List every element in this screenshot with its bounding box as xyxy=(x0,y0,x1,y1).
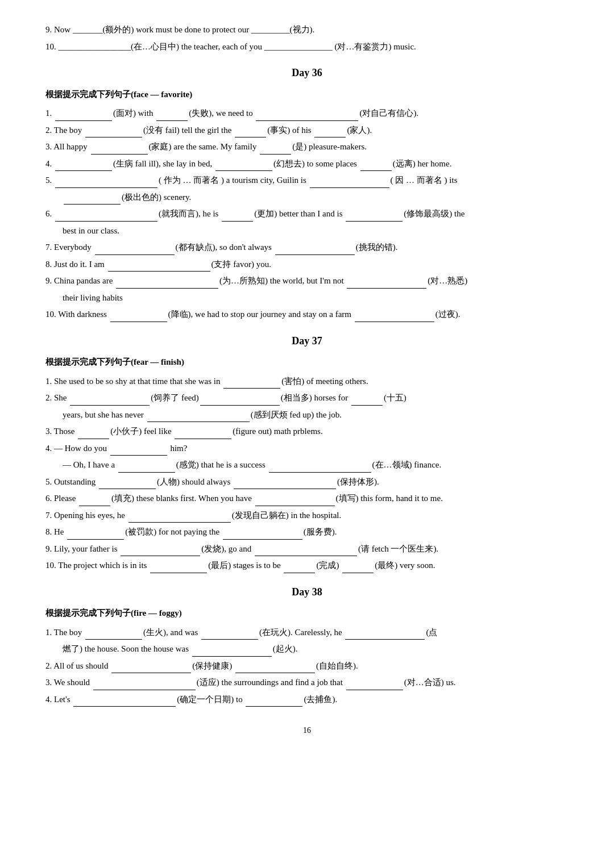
day36-item6: 6. (就我而言), he is (更加) better than I and … xyxy=(45,207,569,222)
blank xyxy=(269,464,371,473)
day38-item2: 2. All of us should (保持健康) (自始自终). xyxy=(45,659,569,674)
blank xyxy=(73,698,176,707)
blank xyxy=(110,313,167,322)
day36-item9b: their living habits xyxy=(63,291,569,306)
blank xyxy=(223,379,280,389)
blank xyxy=(222,212,253,222)
blank xyxy=(235,128,266,137)
blank xyxy=(91,145,148,155)
blank xyxy=(95,246,175,255)
blank xyxy=(121,547,200,556)
blank xyxy=(67,531,124,540)
day36-item5b: (极出色的) scenery. xyxy=(63,190,569,205)
blank xyxy=(116,279,218,289)
day36-item1: 1. (面对) with (失败), we need to (对自己有信心). xyxy=(45,106,569,121)
day38-title: Day 38 xyxy=(45,583,569,601)
blank xyxy=(310,179,389,188)
top-exercises: 9. Now _______(额外的) work must be done to… xyxy=(45,23,569,54)
blank xyxy=(147,413,250,422)
day38-block: 根据提示完成下列句子(fire — foggy) 1. The boy (生火)… xyxy=(45,606,569,707)
blank xyxy=(223,531,302,540)
blank xyxy=(55,179,157,188)
blank xyxy=(275,246,355,255)
blank xyxy=(175,430,231,439)
blank xyxy=(346,212,403,222)
day37-item9: 9. Lily, your father is (发烧), go and (请 … xyxy=(45,542,569,557)
top-q10: 10. _________________(在…心目中) the teacher… xyxy=(45,40,569,55)
blank xyxy=(260,145,291,155)
blank xyxy=(234,480,336,489)
day38-item3: 3. We should (适应) the surroundings and f… xyxy=(45,675,569,690)
blank xyxy=(284,564,315,573)
blank xyxy=(85,128,142,137)
blank xyxy=(150,564,207,573)
blank xyxy=(85,631,142,640)
day38-item4: 4. Let's (确定一个日期) to (去捕鱼). xyxy=(45,692,569,707)
blank xyxy=(79,497,110,506)
page-number: 16 xyxy=(45,724,569,737)
day36-item7: 7. Everybody (都有缺点), so don't always (挑我… xyxy=(45,240,569,255)
day36-item4: 4. (生病 fall ill), she lay in bed, (幻想去) … xyxy=(45,157,569,172)
day37-item8: 8. He (被罚款) for not paying the (服务费). xyxy=(45,525,569,540)
blank xyxy=(355,313,434,322)
blank xyxy=(108,262,210,272)
blank xyxy=(55,112,112,121)
blank xyxy=(342,564,374,573)
blank xyxy=(345,631,425,640)
blank xyxy=(93,681,196,690)
blank xyxy=(346,681,403,690)
day37-item10: 10. The project which is in its (最后) sta… xyxy=(45,558,569,573)
day36-item9: 9. China pandas are (为…所熟知) the world, b… xyxy=(45,274,569,289)
blank xyxy=(314,128,346,137)
day36-block: 根据提示完成下列句子(face — favorite) 1. (面对) with… xyxy=(45,87,569,322)
day37-item3: 3. Those (小伙子) feel like (figure out) ma… xyxy=(45,424,569,439)
blank xyxy=(55,162,112,171)
blank xyxy=(78,430,109,439)
blank xyxy=(192,648,272,657)
blank xyxy=(255,497,335,506)
day36-item3: 3. All happy (家庭) are the same. My famil… xyxy=(45,140,569,155)
blank xyxy=(128,514,231,523)
blank xyxy=(156,112,188,121)
day38-section: 根据提示完成下列句子(fire — foggy) xyxy=(45,606,569,621)
day37-item6: 6. Please (填充) these blanks first. When … xyxy=(45,491,569,506)
day38-item1b: 燃了) the house. Soon the house was (起火). xyxy=(63,642,569,657)
top-q9: 9. Now _______(额外的) work must be done to… xyxy=(45,23,569,37)
blank xyxy=(64,195,121,205)
blank xyxy=(99,480,156,489)
day36-item10: 10. With darkness (降临), we had to stop o… xyxy=(45,307,569,322)
blank xyxy=(215,162,272,171)
day36-title: Day 36 xyxy=(45,64,569,82)
day37-title: Day 37 xyxy=(45,332,569,350)
day36-item5: 5. ( 作为 … 而著名 ) a tourism city, Guilin i… xyxy=(45,173,569,188)
day36-item2: 2. The boy (没有 fail) tell the girl the (… xyxy=(45,123,569,138)
blank xyxy=(235,664,315,673)
blank xyxy=(255,547,357,556)
blank xyxy=(351,397,383,406)
day37-item7: 7. Opening his eyes, he (发现自己躺在) in the … xyxy=(45,508,569,523)
day37-item2b: years, but she has never (感到厌烦 fed up) t… xyxy=(63,408,569,423)
day36-item8: 8. Just do it. I am (支持 favor) you. xyxy=(45,257,569,272)
day38-item1: 1. The boy (生火), and was (在玩火). Careless… xyxy=(45,625,569,640)
blank xyxy=(256,112,358,121)
blank xyxy=(360,162,392,171)
blank xyxy=(246,698,302,707)
day36-section: 根据提示完成下列句子(face — favorite) xyxy=(45,87,569,102)
blank xyxy=(110,446,167,456)
day37-block: 根据提示完成下列句子(fear — finish) 1. She used to… xyxy=(45,355,569,573)
blank xyxy=(118,464,175,473)
blank xyxy=(55,212,157,222)
day37-item4b: — Oh, I have a (感觉) that he is a success… xyxy=(63,458,569,473)
day37-item1: 1. She used to be so shy at that time th… xyxy=(45,374,569,389)
day37-item2: 2. She (饲养了 feed)(相当多) horses for (十五) xyxy=(45,391,569,406)
day37-item4a: 4. — How do you him? xyxy=(45,441,569,456)
blank xyxy=(201,631,258,640)
blank xyxy=(111,664,191,673)
blank xyxy=(200,397,280,406)
day37-item5: 5. Outstanding (人物) should always (保持体形)… xyxy=(45,475,569,490)
blank xyxy=(347,279,426,289)
blank xyxy=(70,397,150,406)
day36-item6b: best in our class. xyxy=(63,224,569,239)
day37-section: 根据提示完成下列句子(fear — finish) xyxy=(45,355,569,370)
